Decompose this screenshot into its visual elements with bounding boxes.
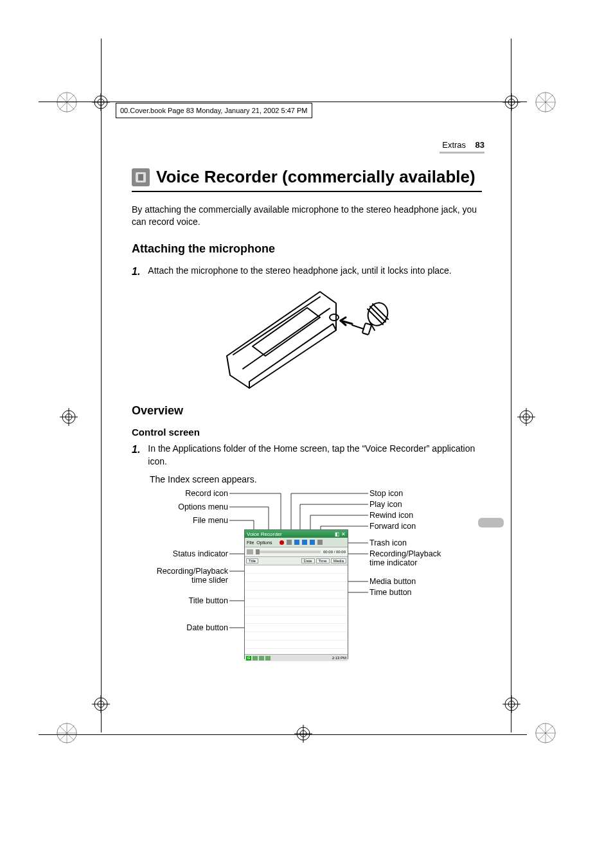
label-file-menu: File menu (132, 516, 228, 525)
trash-icon[interactable] (317, 540, 323, 545)
titlebar-icons-icon: ◧ ✕ (335, 531, 346, 537)
title-text: Voice Recorder (commercially available) (156, 167, 475, 187)
title-rule (132, 191, 482, 192)
play-icon[interactable] (294, 540, 299, 545)
page-title: Voice Recorder (commercially available) (132, 167, 482, 187)
step-number: 1. (132, 443, 140, 468)
print-mark-icon (55, 721, 79, 745)
registration-mark-icon (92, 93, 110, 111)
label-play-icon: Play icon (369, 500, 402, 509)
page-number: 83 (475, 140, 484, 150)
heading-overview: Overview (132, 404, 482, 418)
registration-mark-icon (92, 695, 110, 713)
step-1-control: 1. In the Applications folder of the Hom… (132, 443, 482, 468)
running-header: Extras 83 (442, 140, 484, 150)
voice-recorder-app-icon (132, 168, 150, 186)
registration-mark-icon (294, 725, 312, 743)
record-icon[interactable] (280, 540, 284, 545)
status-indicator-icon (247, 549, 253, 554)
side-tab (478, 518, 504, 527)
media-button[interactable]: Media (331, 558, 346, 563)
home-icon[interactable]: G (246, 656, 251, 660)
window-titlebar: Voice Recorder ◧ ✕ (245, 530, 348, 538)
taskbar-icon[interactable] (265, 656, 271, 660)
forward-icon[interactable] (310, 540, 315, 545)
taskbar: G 2:13 PM (245, 654, 348, 661)
svg-rect-49 (138, 174, 143, 181)
stop-icon[interactable] (287, 540, 292, 545)
date-button[interactable]: Date (301, 558, 315, 563)
page: 00.Cover.book Page 83 Monday, January 21… (0, 0, 613, 868)
registration-mark-icon (517, 408, 535, 426)
intro-paragraph: By attaching the commercially available … (132, 204, 482, 228)
label-trash-icon: Trash icon (369, 538, 407, 547)
toolbar: File Options (245, 538, 348, 547)
caption-index-screen: The Index screen appears. (150, 474, 482, 484)
frame-header: 00.Cover.book Page 83 Monday, January 21… (116, 103, 312, 118)
heading-attaching: Attaching the microphone (132, 242, 482, 256)
content: Voice Recorder (commercially available) … (132, 167, 482, 667)
svg-point-50 (330, 314, 339, 321)
status-row: 00:00 / 00:00 (245, 547, 348, 557)
time-indicator: 00:00 / 00:00 (323, 550, 346, 554)
label-rewind-icon: Rewind icon (369, 511, 413, 520)
label-time-button: Time button (369, 588, 412, 597)
section-label: Extras (442, 140, 466, 150)
label-title-button: Title button (132, 596, 228, 605)
crop-line (39, 734, 527, 735)
taskbar-icon[interactable] (253, 656, 258, 660)
step-text: Attach the microphone to the stereo head… (148, 265, 482, 279)
recording-list[interactable] (245, 565, 348, 654)
file-menu[interactable]: File (247, 540, 254, 545)
label-status-indicator: Status indicator (132, 549, 228, 558)
print-mark-icon (533, 721, 558, 745)
svg-rect-51 (362, 323, 371, 335)
options-menu[interactable]: Options (256, 540, 272, 545)
rewind-icon[interactable] (302, 540, 307, 545)
print-mark-icon (533, 90, 558, 114)
heading-control-screen: Control screen (132, 427, 482, 438)
step-1-attach: 1. Attach the microphone to the stereo h… (132, 265, 482, 279)
column-tabs: Title Date Time Media (245, 557, 348, 565)
step-number: 1. (132, 265, 140, 279)
taskbar-icon[interactable] (259, 656, 264, 660)
crop-line (511, 39, 511, 732)
print-mark-icon (55, 90, 79, 114)
title-button[interactable]: Title (246, 558, 258, 563)
header-rule (440, 152, 484, 154)
registration-mark-icon (502, 93, 520, 111)
label-forward-icon: Forward icon (369, 522, 416, 531)
label-media-button: Media button (369, 577, 416, 586)
label-options-menu: Options menu (132, 502, 228, 511)
label-stop-icon: Stop icon (369, 489, 403, 498)
microphone-illustration (224, 285, 391, 391)
label-time-indicator: Recording/Playback time indicator (369, 549, 441, 567)
crop-line (39, 102, 527, 102)
label-date-button: Date button (132, 623, 228, 632)
voice-recorder-screenshot: Voice Recorder ◧ ✕ File Options (244, 529, 348, 659)
registration-mark-icon (502, 695, 520, 713)
screenshot-diagram: Record icon Options menu File menu Statu… (132, 487, 482, 667)
taskbar-clock: 2:13 PM (332, 656, 346, 660)
frame-header-text: 00.Cover.book Page 83 Monday, January 21… (120, 107, 308, 114)
registration-mark-icon (60, 408, 78, 426)
app-title: Voice Recorder (247, 531, 282, 537)
step-text: In the Applications folder of the Home s… (148, 443, 482, 468)
time-slider[interactable] (256, 551, 321, 553)
label-time-slider: Recording/Playback time slider (132, 567, 228, 585)
crop-line (101, 39, 102, 732)
time-button[interactable]: Time (316, 558, 330, 563)
label-record-icon: Record icon (132, 489, 228, 498)
